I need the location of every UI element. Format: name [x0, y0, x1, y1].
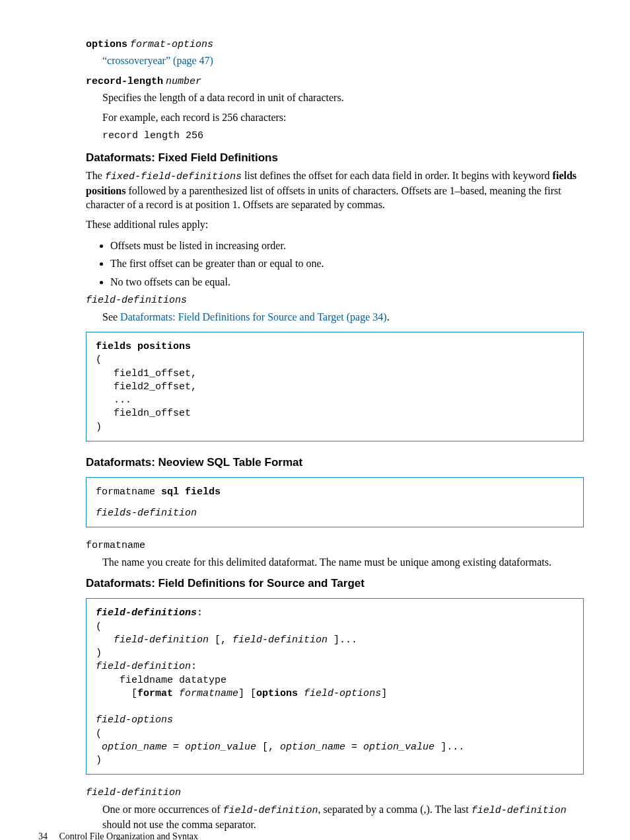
txt: ) — [96, 755, 102, 766]
txt: should not use the comma separator. — [102, 819, 256, 830]
txt: [ — [96, 688, 137, 699]
codebox-field-defs: field-definitions: ( field-definition [,… — [86, 598, 584, 775]
term-record-length: record-length number — [86, 73, 584, 89]
code-line-1: formatname sql fields — [96, 486, 574, 499]
code-line-2: fields-definition — [96, 507, 574, 520]
kw-options: options — [86, 39, 127, 50]
arg-number: number — [166, 76, 201, 87]
txt: ] — [381, 688, 387, 699]
def-record-length-1: Specifies the length of a data record in… — [102, 91, 584, 105]
arg: formatname — [179, 688, 238, 699]
codebox-neoview: formatname sql fields fields-definition — [86, 477, 584, 528]
txt: . — [387, 311, 390, 323]
list-item: No two offsets can be equal. — [110, 274, 584, 291]
txt — [96, 742, 102, 753]
code-record-length: record length 256 — [102, 130, 584, 143]
def-formatname: The name you create for this delimited d… — [102, 555, 584, 570]
rules-list: Offsets must be listed in increasing ord… — [96, 237, 584, 291]
link-crossoveryear[interactable]: “crossoveryear” (page 47) — [102, 55, 213, 66]
txt — [298, 688, 304, 699]
def-options: “crossoveryear” (page 47) — [102, 54, 584, 68]
arg: option_name = option_value — [280, 742, 435, 753]
txt: ] [ — [238, 688, 256, 699]
para-fixed-1: The fixed-field-definitions list defines… — [86, 169, 584, 212]
arg: field-definition — [232, 634, 328, 646]
page: options format-options “crossoveryear” (… — [0, 0, 630, 840]
txt: : — [191, 661, 197, 672]
term-formatname: formatname — [86, 539, 584, 553]
def-field-definitions: See Dataformats: Field Definitions for S… — [102, 310, 584, 325]
kw: options — [256, 688, 298, 699]
para-rules-intro: These additional rules apply: — [86, 217, 584, 232]
arg: field-options — [304, 688, 381, 699]
arg: field-options — [96, 714, 173, 726]
txt: followed by a parenthesized list of offs… — [86, 185, 561, 211]
arg: option_name = option_value — [102, 742, 256, 753]
code-block: field-definitions: ( field-definition [,… — [96, 607, 574, 767]
txt: [, — [209, 634, 232, 646]
link-field-defs-xref[interactable]: Dataformats: Field Definitions for Sourc… — [120, 311, 387, 323]
code-fixed-field-definitions: fixed-field-definitions — [105, 171, 242, 182]
txt: See — [102, 311, 120, 323]
txt: ( — [96, 621, 102, 632]
page-number: 34 — [38, 831, 48, 840]
kw-fields-positions: fields positions — [96, 341, 191, 352]
txt: The — [86, 170, 105, 181]
def-record-length-2: For example, each record is 256 characte… — [102, 110, 584, 125]
code-inline: field-definition — [223, 805, 318, 816]
heading-field-defs-st: Dataformats: Field Definitions for Sourc… — [86, 577, 584, 590]
def-field-definition: One or more occurrences of field-definit… — [102, 802, 584, 832]
txt: list defines the offset for each data fi… — [242, 170, 553, 181]
txt: formatname — [96, 486, 161, 498]
term-field-definition: field-definition — [86, 786, 584, 800]
arg: field-definition — [96, 661, 191, 672]
txt: fieldname datatype — [96, 675, 227, 686]
kw: field-definitions — [96, 607, 197, 619]
list-item: The first offset can be greater than or … — [110, 255, 584, 272]
heading-fixed-field-defs: Dataformats: Fixed Field Definitions — [86, 151, 584, 165]
code-body: ( field1_offset, field2_offset, ... fiel… — [96, 354, 197, 432]
term-options: options format-options — [86, 36, 584, 52]
list-item: Offsets must be listed in increasing ord… — [110, 237, 584, 254]
arg-format-options: format-options — [130, 39, 213, 50]
txt: ) — [96, 648, 102, 659]
codebox-fields-positions: fields positions ( field1_offset, field2… — [86, 332, 584, 441]
kw-record-length: record-length — [86, 76, 163, 87]
txt: ]... — [328, 634, 357, 646]
txt: : — [197, 607, 203, 619]
kw-sql-fields: sql fields — [161, 486, 221, 498]
page-footer: 34 Control File Organization and Syntax — [38, 831, 198, 840]
txt: ( — [96, 728, 102, 740]
txt — [96, 634, 114, 646]
txt: , separated by a comma (,). The last — [318, 804, 472, 815]
kw: format — [137, 688, 173, 699]
code-inline: field-definition — [472, 805, 567, 816]
txt: One or more occurrences of — [102, 804, 223, 815]
arg-fields-definition: fields-definition — [96, 508, 197, 519]
txt: [, — [256, 742, 280, 753]
txt: ]... — [435, 742, 464, 753]
txt — [173, 688, 179, 699]
footer-title: Control File Organization and Syntax — [59, 831, 199, 840]
heading-neoview: Dataformats: Neoview SQL Table Format — [86, 456, 584, 469]
arg: field-definition — [114, 634, 209, 646]
term-field-definitions: field-definitions — [86, 294, 584, 307]
code-block: fields positions ( field1_offset, field2… — [96, 340, 574, 434]
